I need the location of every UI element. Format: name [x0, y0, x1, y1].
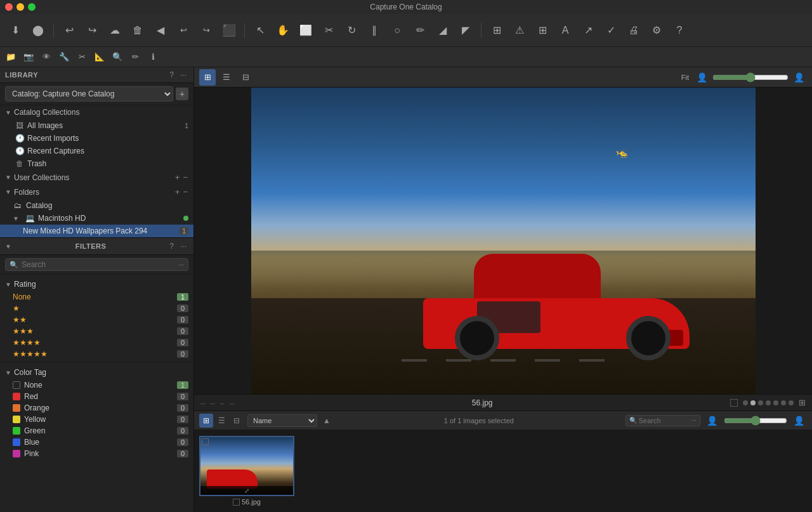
move-button[interactable]: ☁ [105, 20, 125, 41]
macintosh-hd-item[interactable]: ▼ 💻 Macintosh HD [0, 212, 193, 225]
color-none-row[interactable]: None 1 [5, 379, 188, 391]
filters-help-btn[interactable]: ? [167, 241, 176, 251]
crop-button[interactable]: ✂ [318, 20, 339, 41]
view-button[interactable]: ⊞ [487, 20, 507, 41]
filmstrip-search-opts[interactable]: ··· [691, 417, 697, 424]
crop-panel-btn[interactable]: 📐 [91, 49, 108, 65]
zoom-slider[interactable] [712, 72, 789, 82]
color-red-row[interactable]: Red 0 [5, 391, 188, 402]
color-blue-row[interactable]: Blue 0 [5, 437, 188, 448]
window-controls[interactable] [5, 3, 36, 11]
grid-button[interactable]: ⊞ [532, 20, 553, 41]
fwd-button[interactable]: ↪ [196, 20, 216, 41]
recent-captures-icon: 🕐 [15, 147, 24, 155]
view-grid-btn[interactable]: ⊞ [199, 69, 216, 86]
color-panel-btn[interactable]: ✂ [74, 49, 90, 65]
catalog-select[interactable]: Catalog: Capture One Catalog [5, 86, 173, 102]
rating-4-row[interactable]: ★★★★ 0 [5, 337, 188, 348]
color-green-row[interactable]: Green 0 [5, 425, 188, 437]
all-images-item[interactable]: 🖼 All Images 1 [0, 119, 193, 132]
filters-search-input[interactable] [22, 260, 175, 269]
help-button[interactable]: ? [669, 20, 690, 41]
rating-2-row[interactable]: ★★ 0 [5, 314, 188, 325]
trash-item[interactable]: 🗑 Trash [0, 157, 193, 170]
prev-button[interactable]: ◀ [150, 20, 171, 41]
folders-remove[interactable]: − [182, 187, 188, 197]
search-panel-btn[interactable]: 🔍 [109, 49, 126, 65]
settings-button[interactable]: ⚙ [646, 20, 667, 41]
color-pink-row[interactable]: Pink 0 [5, 448, 188, 459]
filmstrip-zoom-slider[interactable] [724, 416, 787, 426]
pen-button[interactable]: ✏ [410, 20, 430, 41]
color-orange-row[interactable]: Orange 0 [5, 402, 188, 414]
picker2-button[interactable]: ◤ [455, 20, 476, 41]
thumbnail-checkbox[interactable] [202, 438, 209, 445]
close-button[interactable] [5, 3, 13, 11]
recent-imports-item[interactable]: 🕐 Recent Imports [0, 132, 193, 145]
info-panel-btn[interactable]: ℹ [145, 49, 161, 65]
catalog-add-button[interactable]: + [176, 88, 188, 100]
image-grid-icon[interactable]: ⊞ [799, 398, 806, 407]
back-button[interactable]: ↩ [173, 20, 193, 41]
filmstrip-sort-dir[interactable]: ▲ [321, 415, 332, 426]
rating-3-row[interactable]: ★★★ 0 [5, 325, 188, 337]
pan-button[interactable]: ✋ [273, 20, 293, 41]
color-tag-header[interactable]: ▼ Color Tag [5, 365, 188, 379]
delete-button[interactable]: 🗑 [128, 20, 148, 41]
select-button[interactable]: ⬜ [296, 20, 316, 41]
catalog-folder-item[interactable]: 🗂 Catalog [0, 199, 193, 212]
filmstrip-search-input[interactable] [639, 417, 690, 424]
lens-panel-btn[interactable]: 🔧 [56, 49, 72, 65]
rating-none-row[interactable]: None 1 [5, 291, 188, 303]
arrow-button[interactable]: ↗ [578, 20, 598, 41]
filters-search-options[interactable]: ··· [178, 261, 184, 268]
rating-header[interactable]: ▼ Rating [5, 277, 188, 291]
folders-header[interactable]: ▼ Folders + − [0, 185, 193, 199]
picker-button[interactable]: ◢ [433, 20, 453, 41]
rating-5-row[interactable]: ★★★★★ 0 [5, 348, 188, 360]
thumbnail-name-checkbox[interactable] [233, 499, 240, 506]
straighten-button[interactable]: ∥ [364, 20, 384, 41]
cursor-button[interactable]: ↖ [250, 20, 270, 41]
color-yellow-row[interactable]: Yellow 0 [5, 414, 188, 425]
rating-1-row[interactable]: ★ 0 [5, 303, 188, 314]
check-button[interactable]: ✓ [601, 20, 621, 41]
preview-panel-btn[interactable]: 👁 [38, 49, 55, 65]
print-button[interactable]: 🖨 [624, 20, 644, 41]
view-list-btn[interactable]: ☰ [218, 69, 235, 86]
import-button[interactable]: ⬇ [5, 20, 25, 41]
circle-button[interactable]: ○ [387, 20, 407, 41]
filters-menu-btn[interactable]: ··· [178, 241, 188, 251]
library-menu-btn[interactable]: ··· [178, 70, 188, 80]
catalog-collections-header[interactable]: ▼ Catalog Collections [0, 105, 193, 119]
folders-add[interactable]: + [174, 187, 181, 197]
library-panel-btn[interactable]: 📁 [3, 49, 19, 65]
recent-captures-item[interactable]: 🕐 Recent Captures [0, 145, 193, 157]
minimize-button[interactable] [16, 3, 24, 11]
filmstrip-list-btn[interactable]: ☰ [214, 414, 228, 428]
undo-button[interactable]: ↩ [59, 20, 79, 41]
user-collections-header[interactable]: ▼ User Collections + − [0, 170, 193, 185]
rotate-button[interactable]: ↻ [341, 20, 362, 41]
redo-button[interactable]: ↪ [82, 20, 102, 41]
thumbnail-item[interactable]: ⤢ 56.jpg [199, 436, 294, 506]
main-image-area[interactable]: 🚁 [194, 88, 812, 394]
image-checkbox[interactable] [730, 399, 738, 407]
view-filmstrip-btn[interactable]: ⊟ [237, 69, 254, 86]
maximize-button[interactable] [28, 3, 36, 11]
warn-button[interactable]: ⚠ [509, 20, 530, 41]
wallpapers-folder-item[interactable]: New Mixed HD Wallpapers Pack 294 1 [0, 225, 193, 237]
toolbar-separator-2 [244, 23, 245, 38]
filmstrip-compact-btn[interactable]: ⊟ [230, 414, 244, 428]
text-button[interactable]: A [555, 20, 575, 41]
user-collections-remove[interactable]: − [182, 173, 188, 182]
rect-button[interactable]: ⬛ [219, 20, 239, 41]
adjust-panel-btn[interactable]: ✏ [127, 49, 143, 65]
all-images-count: 1 [185, 122, 188, 129]
filmstrip-grid-btn[interactable]: ⊞ [199, 414, 213, 428]
capture-button[interactable]: ⬤ [28, 20, 48, 41]
capture-panel-btn[interactable]: 📷 [20, 49, 37, 65]
library-help-btn[interactable]: ? [167, 70, 176, 80]
user-collections-add[interactable]: + [174, 173, 181, 182]
filmstrip-sort-select[interactable]: Name Date Rating Size [247, 414, 317, 427]
